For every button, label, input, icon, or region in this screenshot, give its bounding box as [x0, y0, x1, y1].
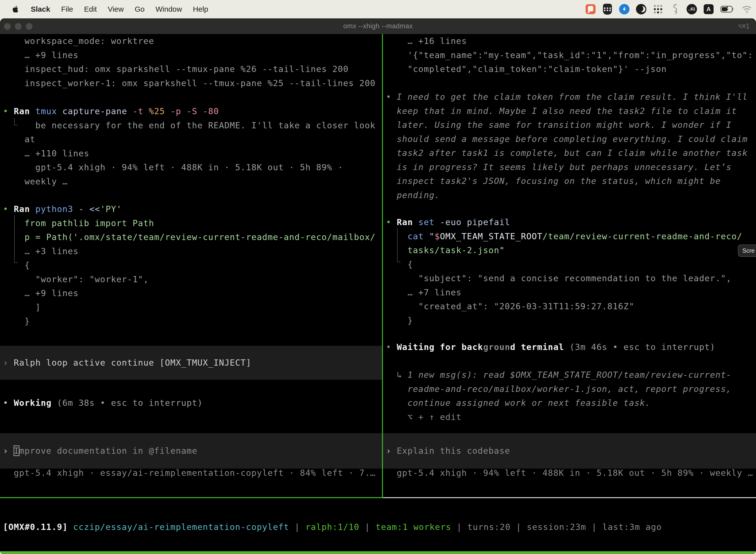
terminal-text: } [386, 316, 413, 325]
terminal-line: tasks/task-2.json" [386, 243, 756, 258]
terminal-line: at [3, 132, 382, 147]
apple-menu-icon[interactable] [11, 4, 20, 14]
terminal-line: gpt-5.4 xhigh · 94% left · 488K in · 5.1… [3, 160, 382, 174]
terminal-text: -t [127, 106, 143, 116]
terminal-line: • Waiting for background terminal (3m 46… [386, 340, 756, 354]
menu-view[interactable]: View [108, 5, 124, 13]
terminal-text: readme-and-reco/mailbox/worker-1.json, a… [386, 384, 732, 394]
terminal-text: capture-pane [57, 106, 127, 116]
window-titlebar[interactable]: omx --xhigh --madmax ⌥⌘1 [0, 18, 756, 34]
terminal-line: › Explain this codebase [386, 444, 756, 458]
terminal-text: "completed","claim_token":"claim-token"}… [386, 64, 667, 74]
terminal-text: p = Path('.omx/state/team/review-current… [3, 232, 376, 242]
battery-icon[interactable] [720, 4, 735, 14]
squiggle-status-icon[interactable] [670, 4, 680, 14]
terminal-text: %25 [143, 106, 165, 116]
terminal-line: … +7 lines [386, 285, 756, 299]
waiting-status: • Waiting for background terminal (3m 46… [386, 340, 756, 354]
terminal-text: '{"team_name":"my-team","task_id":"1","f… [386, 50, 753, 60]
terminal-line: … +3 lines [3, 244, 382, 258]
terminal-text: - [73, 204, 89, 214]
terminal-line: is in progress? It seems likely but perh… [386, 160, 756, 174]
terminal-line: inspect_hud: omx sparkshell --tmux-pane … [3, 62, 382, 76]
terminal-text: continue assigned work or next feasible … [386, 398, 650, 408]
session-status-left: gpt-5.4 xhigh · essay/ai-reimplementatio… [3, 466, 382, 480]
terminal-line: weekly … [3, 174, 382, 189]
terminal-line: gpt-5.4 xhigh · essay/ai-reimplementatio… [3, 466, 382, 480]
wifi-icon[interactable] [742, 4, 752, 14]
terminal-text: -p -S -80 [165, 106, 219, 116]
terminal-line: inspect_worker-1: omx sparkshell --tmux-… [3, 76, 382, 90]
vpn-badge-icon[interactable]: ..61 [687, 4, 697, 14]
terminal-text: › [3, 446, 14, 456]
terminal-text: Waiting for back [397, 342, 483, 352]
right-pane[interactable]: … +16 lines '{"team_name":"my-team","tas… [383, 34, 756, 498]
terminal-text [386, 231, 407, 241]
terminal-text: tmux [30, 106, 57, 116]
thinking-block: • I need to get the claim token from the… [386, 90, 756, 202]
terminal-line: › Improve documentation in @filename [3, 444, 382, 458]
terminal-text: Working [14, 398, 52, 408]
menu-file[interactable]: File [61, 5, 73, 13]
terminal-text: keep that in mind. Maybe I also need the… [386, 106, 737, 116]
crescent-app-icon[interactable] [636, 4, 646, 14]
menu-window[interactable]: Window [155, 5, 182, 13]
menu-help[interactable]: Help [193, 5, 208, 13]
sync-badge-icon[interactable] [619, 4, 630, 14]
terminal-line: "completed","claim_token":"claim-token"}… [386, 62, 756, 76]
tmux-status-bar: [omx-cczip0:bash* "MacBook-Pro-44.local"… [0, 551, 756, 554]
terminal-text: from pathlib import Path [3, 218, 154, 228]
terminal-line: cat "$OMX_TEAM_STATE_ROOT/team/review-cu… [386, 229, 756, 243]
terminal-text: I [14, 446, 19, 456]
terminal-text: OMX_TEAM_STATE_ROOT [440, 231, 543, 241]
working-status: • Working (6m 38s • esc to interrupt) [3, 396, 382, 410]
terminal-text: gpt-5.4 xhigh · essay/ai-reimplementatio… [3, 468, 376, 478]
terminal-line: from pathlib import Path [3, 216, 382, 230]
ran-python-block: • Ran python3 - <<'PY' from pathlib impo… [3, 202, 382, 328]
terminal-text: at [3, 134, 36, 144]
connector-elbow [14, 118, 18, 125]
connector-line [14, 215, 18, 263]
terminal-text: " [499, 245, 505, 255]
terminal-line: ↳ 1 new msg(s): read $OMX_TEAM_STATE_ROO… [386, 368, 756, 382]
terminal-text: team:1 workers [376, 522, 451, 532]
terminal-line: "worker": "worker-1", [3, 272, 382, 286]
tooltip-text: Scre [742, 247, 755, 254]
terminal-text: Ran [397, 217, 413, 227]
terminal-line: later. Using the same for transition mig… [386, 118, 756, 132]
prompt-input-left[interactable]: › Improve documentation in @filename [0, 433, 382, 468]
privacy-shield-icon[interactable] [603, 4, 612, 15]
menu-app-name[interactable]: Slack [31, 5, 50, 13]
terminal-text: inspect_hud: omx sparkshell --tmux-pane … [3, 64, 349, 74]
terminal-text: | [289, 522, 305, 532]
terminal-line: p = Path('.omx/state/team/review-current… [3, 230, 382, 244]
terminal-text: Ran [14, 204, 30, 214]
keyboard-layout-icon[interactable]: A [704, 4, 713, 14]
menu-edit[interactable]: Edit [84, 5, 97, 13]
terminal-line: gpt-5.4 xhigh · 94% left · 488K in · 5.1… [386, 466, 756, 480]
terminal-text: set [413, 217, 435, 227]
chat-app-status-icon[interactable] [586, 4, 595, 14]
terminal-text: … +9 lines [3, 288, 79, 298]
terminal-line: readme-and-reco/mailbox/worker-1.json, a… [386, 382, 756, 396]
terminal-text: (3m 46s • esc to interrupt) [564, 342, 715, 352]
terminal-line: … +16 lines [386, 34, 756, 48]
terminal-text: /team/review-current-readme-and-reco/ [543, 231, 742, 241]
terminal-line: pending. [386, 188, 756, 202]
window-shortcut-hint: ⌥⌘1 [738, 18, 750, 34]
terminal-text: › [386, 446, 397, 456]
dots-grid-icon[interactable] [654, 5, 662, 13]
menu-go[interactable]: Go [135, 5, 145, 13]
ran-tmux-block: • Ran tmux capture-pane -t %25 -p -S -80… [3, 104, 382, 188]
terminal-text: I need to get the claim token from the c… [397, 92, 748, 102]
terminal-text: … +7 lines [386, 287, 461, 297]
terminal-line: continue assigned work or next feasible … [386, 396, 756, 410]
left-pane[interactable]: workspace_mode: worktree … +9 lines insp… [0, 34, 382, 498]
terminal-text: should send a message before completing … [386, 134, 748, 144]
prompt-input-right[interactable]: › Explain this codebase [383, 433, 756, 468]
terminal-text: | [359, 522, 376, 532]
terminal-text: • [3, 398, 14, 408]
connector-line [397, 228, 400, 262]
terminal-line: • Ran tmux capture-pane -t %25 -p -S -80 [3, 104, 382, 118]
terminal-content: workspace_mode: worktree … +9 lines insp… [0, 34, 756, 554]
